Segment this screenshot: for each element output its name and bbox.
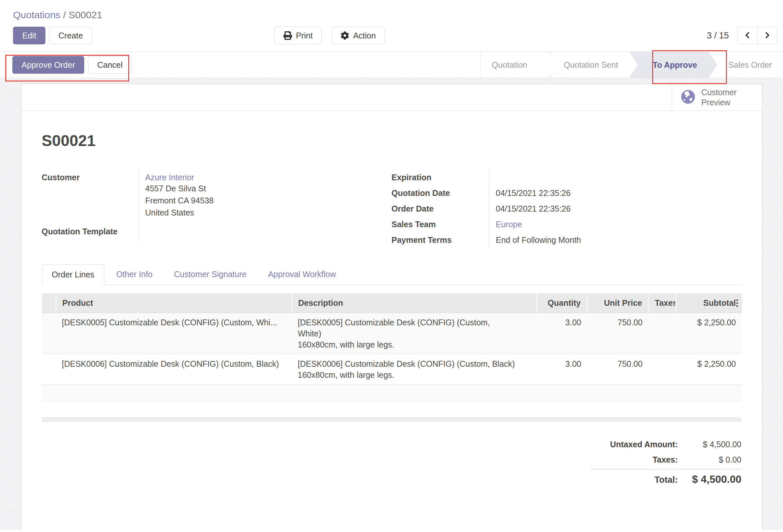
tab-order-lines[interactable]: Order Lines bbox=[42, 264, 105, 285]
pager-counter: 3 / 15 bbox=[707, 31, 729, 41]
taxes-column-header: Taxes bbox=[649, 293, 676, 313]
breadcrumb-separator: / bbox=[63, 9, 68, 20]
notebook-tabs: Order Lines Other Info Customer Signatur… bbox=[42, 264, 742, 285]
pager-next-button[interactable] bbox=[757, 27, 777, 44]
quantity-cell: 3.00 bbox=[537, 313, 587, 354]
sales-team-label: Sales Team bbox=[392, 217, 489, 232]
status-step-to-approve[interactable]: To Approve bbox=[629, 52, 717, 78]
payment-terms-label: Payment Terms bbox=[392, 232, 489, 248]
customer-label: Customer bbox=[42, 170, 139, 224]
address-line: 4557 De Silva St bbox=[145, 182, 392, 195]
order-date-label: Order Date bbox=[392, 201, 489, 217]
handle-column-header bbox=[42, 293, 56, 313]
order-date-value: 04/15/2021 22:35:26 bbox=[489, 201, 742, 217]
create-button[interactable]: Create bbox=[49, 27, 92, 44]
order-line-row[interactable]: [DESK0006] Customizable Desk (CONFIG) (C… bbox=[42, 354, 742, 385]
quotation-template-label: Quotation Template bbox=[42, 224, 139, 242]
form-background: Customer Preview S00021 Customer Azure I… bbox=[0, 78, 783, 530]
description-column-header: Description bbox=[292, 293, 537, 313]
quantity-cell: 3.00 bbox=[537, 354, 587, 385]
print-button[interactable]: Print bbox=[274, 27, 322, 44]
quotation-template-value bbox=[139, 224, 392, 242]
taxes-total-label: Taxes: bbox=[653, 455, 678, 465]
unit-price-column-header: Unit Price bbox=[587, 293, 649, 313]
row-handle-cell bbox=[42, 354, 56, 385]
customer-preview-button[interactable]: Customer Preview bbox=[672, 84, 762, 110]
address-line: United States bbox=[145, 207, 392, 219]
customer-link[interactable]: Azure Interior bbox=[145, 172, 392, 182]
printer-icon bbox=[283, 31, 292, 40]
step-separator-icon bbox=[538, 52, 553, 78]
status-step-sales-order[interactable]: Sales Order bbox=[717, 52, 783, 78]
sales-team-link[interactable]: Europe bbox=[496, 220, 522, 229]
taxes-cell bbox=[649, 354, 676, 385]
stat-button-strip: Customer Preview bbox=[21, 84, 762, 111]
breadcrumb-current: S00021 bbox=[68, 9, 102, 20]
table-header-row: Product Description Quantity Unit Price … bbox=[42, 293, 742, 313]
quantity-column-header: Quantity bbox=[537, 293, 587, 313]
chevron-right-icon bbox=[763, 31, 771, 40]
quotation-date-value: 04/15/2021 22:35:26 bbox=[489, 186, 742, 201]
pager: 3 / 15 bbox=[707, 27, 777, 44]
total-value: $ 4,500.00 bbox=[678, 473, 742, 486]
tab-customer-signature[interactable]: Customer Signature bbox=[164, 264, 256, 285]
subtotal-column-header: Subtotal bbox=[676, 293, 742, 313]
total-label: Total: bbox=[654, 475, 678, 485]
action-button[interactable]: Action bbox=[332, 27, 385, 44]
statusbar: Approve Order Cancel Quotation Quotation… bbox=[0, 52, 783, 78]
subtotal-cell: $ 2,250.00 bbox=[676, 313, 742, 354]
subtotal-cell: $ 2,250.00 bbox=[676, 354, 742, 385]
page-title: S00021 bbox=[42, 132, 742, 149]
untaxed-amount-value: $ 4,500.00 bbox=[678, 440, 742, 449]
status-step-quotation[interactable]: Quotation bbox=[480, 52, 538, 78]
statusbar-steps: Quotation Quotation Sent To Approve Sale… bbox=[480, 52, 783, 78]
totals-block: Untaxed Amount: $ 4,500.00 Taxes: $ 0.00… bbox=[591, 437, 742, 488]
unit-price-cell: 750.00 bbox=[587, 354, 649, 385]
order-lines-table: Product Description Quantity Unit Price … bbox=[42, 293, 742, 402]
customer-preview-label: Customer Preview bbox=[701, 87, 737, 107]
edit-button[interactable]: Edit bbox=[13, 27, 45, 44]
status-step-quotation-sent[interactable]: Quotation Sent bbox=[553, 52, 629, 78]
quotation-date-label: Quotation Date bbox=[392, 186, 489, 201]
taxes-total-value: $ 0.00 bbox=[678, 455, 742, 465]
description-cell: [DESK0005] Customizable Desk (CONFIG) (C… bbox=[292, 313, 537, 354]
taxes-cell bbox=[649, 313, 676, 354]
product-cell: [DESK0005] Customizable Desk (CONFIG) (C… bbox=[56, 313, 292, 354]
list-footer-bar bbox=[42, 417, 742, 422]
tab-other-info[interactable]: Other Info bbox=[106, 264, 162, 285]
chevron-left-icon bbox=[744, 31, 751, 40]
description-cell: [DESK0006] Customizable Desk (CONFIG) (C… bbox=[292, 354, 537, 385]
pager-previous-button[interactable] bbox=[738, 27, 757, 44]
approve-order-button[interactable]: Approve Order bbox=[12, 56, 84, 74]
payment-terms-value: End of Following Month bbox=[489, 232, 742, 248]
globe-icon bbox=[681, 89, 695, 106]
expiration-value bbox=[489, 170, 742, 186]
order-line-row[interactable]: [DESK0005] Customizable Desk (CONFIG) (C… bbox=[42, 313, 742, 354]
left-field-group: Customer Azure Interior 4557 De Silva St… bbox=[42, 170, 392, 242]
form-sheet: Customer Preview S00021 Customer Azure I… bbox=[21, 84, 762, 530]
optional-columns-icon[interactable] bbox=[735, 298, 739, 308]
cancel-button[interactable]: Cancel bbox=[88, 56, 132, 74]
unit-price-cell: 750.00 bbox=[587, 313, 649, 354]
product-column-header: Product bbox=[56, 293, 292, 313]
breadcrumb: Quotations / S00021 bbox=[0, 0, 783, 22]
right-field-group: Expiration Quotation Date 04/15/2021 22:… bbox=[392, 170, 742, 248]
breadcrumb-quotations-link[interactable]: Quotations bbox=[13, 9, 60, 20]
expiration-label: Expiration bbox=[392, 170, 489, 186]
control-panel-buttons: Edit Create Print Action 3 / 15 bbox=[0, 27, 783, 44]
control-panel: Quotations / S00021 Edit Create Print Ac… bbox=[0, 0, 783, 44]
tab-approval-workflow[interactable]: Approval Workflow bbox=[258, 264, 346, 285]
row-handle-cell bbox=[42, 313, 56, 354]
product-cell: [DESK0006] Customizable Desk (CONFIG) (C… bbox=[56, 354, 292, 385]
field-groups: Customer Azure Interior 4557 De Silva St… bbox=[42, 170, 742, 248]
empty-line-row bbox=[42, 385, 742, 402]
untaxed-amount-label: Untaxed Amount: bbox=[610, 440, 678, 449]
gear-icon bbox=[341, 31, 349, 40]
address-line: Fremont CA 94538 bbox=[145, 195, 392, 207]
